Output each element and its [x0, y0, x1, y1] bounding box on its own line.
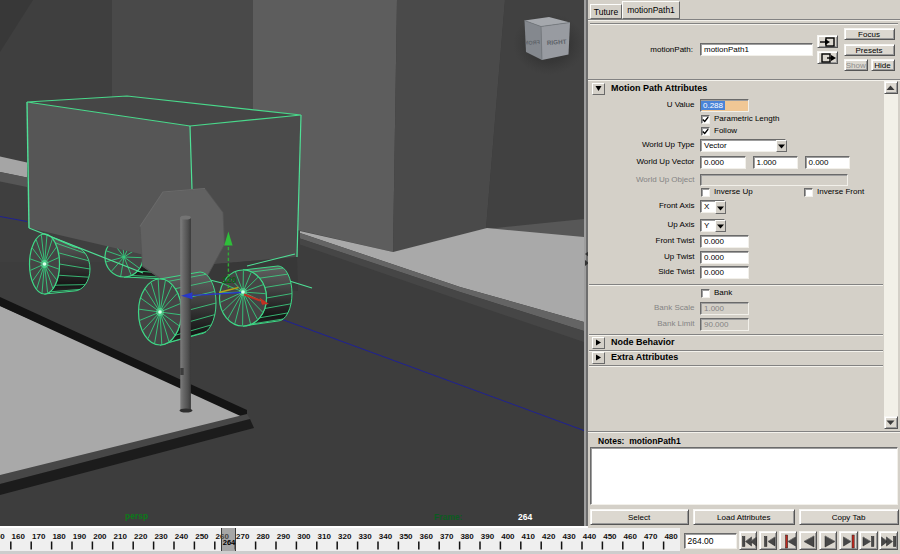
svg-text:410: 410: [522, 532, 536, 541]
svg-text:190: 190: [73, 532, 87, 541]
svg-text:280: 280: [256, 532, 270, 541]
svg-text:450: 450: [603, 532, 617, 541]
svg-text:350: 350: [399, 532, 413, 541]
svg-text:290: 290: [277, 532, 291, 541]
svg-text:380: 380: [460, 532, 474, 541]
svg-text:240: 240: [175, 532, 189, 541]
svg-text:340: 340: [379, 532, 393, 541]
svg-text:160: 160: [12, 532, 26, 541]
svg-text:370: 370: [440, 532, 454, 541]
svg-text:RIGHT: RIGHT: [547, 38, 567, 46]
svg-text:270: 270: [236, 532, 250, 541]
svg-text:390: 390: [481, 532, 495, 541]
svg-text:330: 330: [358, 532, 372, 541]
svg-text:310: 310: [318, 532, 332, 541]
svg-text:150: 150: [0, 532, 5, 541]
svg-text:250: 250: [195, 532, 209, 541]
svg-text:210: 210: [114, 532, 128, 541]
svg-text:120: 120: [222, 275, 236, 285]
svg-text:170: 170: [32, 532, 46, 541]
svg-text:300: 300: [297, 532, 311, 541]
svg-text:264: 264: [518, 512, 532, 522]
svg-text:440: 440: [583, 532, 597, 541]
svg-text:360: 360: [420, 532, 434, 541]
svg-text:220: 220: [134, 532, 148, 541]
svg-text:320: 320: [338, 532, 352, 541]
svg-text:Frame:: Frame:: [434, 512, 463, 522]
svg-text:480: 480: [664, 532, 678, 541]
svg-text:persp: persp: [125, 511, 148, 521]
svg-text:400: 400: [501, 532, 515, 541]
svg-text:460: 460: [624, 532, 638, 541]
svg-text:430: 430: [562, 532, 576, 541]
svg-text:200: 200: [93, 532, 107, 541]
svg-text:230: 230: [154, 532, 168, 541]
svg-text:420: 420: [542, 532, 556, 541]
svg-text:180: 180: [52, 532, 66, 541]
svg-text:470: 470: [644, 532, 658, 541]
